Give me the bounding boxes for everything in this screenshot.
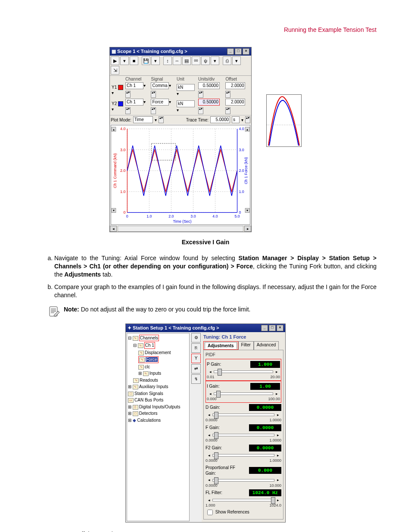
- maximize-button[interactable]: □: [269, 325, 276, 331]
- tool4-icon[interactable]: ⇄: [191, 364, 201, 373]
- slider-inc-icon[interactable]: ▸: [274, 498, 281, 503]
- chevron-down-icon[interactable]: ▾: [169, 83, 171, 88]
- y2-color-chip[interactable]: [118, 101, 123, 106]
- slider-dec-icon[interactable]: ◂: [206, 412, 212, 417]
- scroll-left-icon[interactable]: ◂: [110, 226, 117, 232]
- tuning-fork-button[interactable]: Y: [191, 354, 201, 363]
- y1-color-chip[interactable]: [118, 85, 123, 90]
- slider-dec-icon[interactable]: ◂: [206, 453, 212, 458]
- spinner-icon[interactable]: ▴▾: [198, 91, 203, 98]
- y2-channel-select[interactable]: Ch 1: [125, 99, 143, 106]
- zoom-y-icon[interactable]: ↕: [163, 56, 172, 65]
- legend-icon[interactable]: 00: [192, 56, 200, 65]
- tracetime-unit-select[interactable]: s: [232, 116, 240, 123]
- y2-unit-select[interactable]: kN: [177, 100, 195, 107]
- slider-inc-icon[interactable]: ▸: [273, 369, 280, 374]
- tree-inputs[interactable]: Inputs: [149, 371, 161, 376]
- chevron-down-icon[interactable]: ▾: [177, 91, 179, 96]
- spinner-icon[interactable]: ▴▾: [151, 91, 156, 98]
- gain-slider-fl[interactable]: ◂▸: [206, 497, 281, 504]
- scroll-right-icon[interactable]: ▸: [244, 226, 251, 232]
- slider-track[interactable]: [212, 454, 274, 457]
- tool2-icon[interactable]: ⎘: [191, 343, 201, 353]
- spinner-icon[interactable]: ▴▾: [245, 116, 250, 123]
- spinner-icon[interactable]: ▴▾: [125, 107, 131, 114]
- slider-thumb[interactable]: [214, 477, 218, 484]
- save-icon[interactable]: 💾: [142, 56, 150, 65]
- stop-icon[interactable]: ■: [130, 56, 138, 65]
- minimize-button[interactable]: _: [227, 48, 234, 55]
- print-icon[interactable]: ⎙: [223, 56, 231, 65]
- chevron-down-icon[interactable]: ▾: [177, 108, 179, 112]
- chip-dd-icon[interactable]: ▾: [112, 90, 114, 95]
- gain-slider-pff[interactable]: ◂▸: [206, 477, 281, 484]
- tab-advanced[interactable]: Advanced: [254, 341, 279, 350]
- plotmode-select[interactable]: Time: [133, 116, 153, 123]
- chevron-down-icon[interactable]: ▾: [143, 100, 146, 104]
- slider-thumb[interactable]: [218, 369, 222, 376]
- tree-channels[interactable]: Channels: [139, 335, 159, 342]
- zoom-x-icon[interactable]: ↔: [173, 56, 181, 65]
- y2-offset-input[interactable]: 2.0000: [225, 99, 245, 106]
- tree-digital-io[interactable]: Digital Inputs/Outputs: [139, 404, 181, 409]
- tree-station-signals[interactable]: Station Signals: [134, 391, 163, 396]
- tree-aux-inputs[interactable]: Auxiliary Inputs: [139, 384, 168, 389]
- hscrollbar[interactable]: ◂ ▸: [110, 226, 251, 232]
- slider-track[interactable]: [214, 370, 273, 373]
- nav-tree[interactable]: ⊟ ∿Channels ⊟ ∿Ch 1 ∿Displacement ∿Force…: [127, 333, 190, 521]
- gain-slider-f2[interactable]: ◂▸: [206, 452, 281, 459]
- tab-filter[interactable]: Filter: [238, 341, 254, 350]
- minimize-button[interactable]: _: [261, 325, 268, 331]
- slider-thumb[interactable]: [214, 412, 218, 419]
- tree-displacement[interactable]: Displacement: [145, 350, 171, 355]
- show-refs-input[interactable]: [207, 510, 213, 515]
- tree-detectors[interactable]: Detectors: [139, 411, 158, 416]
- slider-dec-icon[interactable]: ◂: [207, 369, 214, 374]
- close-button[interactable]: ×: [243, 48, 249, 55]
- slider-track[interactable]: [214, 392, 273, 395]
- grid-icon[interactable]: ▤: [182, 56, 191, 65]
- y1-offset-input[interactable]: 2.0000: [225, 82, 245, 89]
- slider-dec-icon[interactable]: ◂: [206, 477, 212, 482]
- tracetime-input[interactable]: 5.0000: [210, 116, 230, 123]
- slider-inc-icon[interactable]: ▸: [274, 477, 281, 482]
- tree-ch1[interactable]: Ch 1: [144, 342, 155, 349]
- show-refs-checkbox[interactable]: Show References: [206, 510, 249, 514]
- y1-upd-input[interactable]: 0.50000: [198, 82, 220, 89]
- tree-readouts[interactable]: Readouts: [140, 378, 158, 383]
- dropdown4-icon[interactable]: ▾: [232, 56, 241, 65]
- tool1-icon[interactable]: ⚙: [191, 333, 201, 342]
- gain-slider-d[interactable]: ◂▸: [206, 411, 281, 418]
- dropdown3-icon[interactable]: ▾: [211, 56, 219, 65]
- spinner-icon[interactable]: ▴▾: [198, 107, 203, 114]
- tree-canbus[interactable]: CAN Bus Ports: [134, 398, 163, 402]
- spinner-icon[interactable]: ▴▾: [225, 107, 230, 114]
- chip-dd-icon[interactable]: ▾: [112, 107, 114, 112]
- chevron-down-icon[interactable]: ▾: [169, 100, 171, 104]
- slider-inc-icon[interactable]: ▸: [273, 391, 280, 396]
- spinner-icon[interactable]: ▴▾: [125, 91, 131, 98]
- y2-upd-input[interactable]: 0.50000: [198, 99, 220, 106]
- slider-dec-icon[interactable]: ◂: [206, 498, 212, 503]
- tab-adjustments[interactable]: Adjustments: [205, 342, 237, 349]
- y1-channel-select[interactable]: Ch 1: [125, 82, 143, 89]
- tree-force[interactable]: Force: [146, 357, 158, 362]
- tree-clc[interactable]: clc: [145, 364, 150, 369]
- slider-track[interactable]: [212, 434, 274, 436]
- chevron-down-icon[interactable]: ▾: [155, 117, 157, 123]
- slider-thumb[interactable]: [214, 432, 218, 439]
- gain-slider-i[interactable]: ◂▸: [207, 390, 280, 397]
- gain-slider-f[interactable]: ◂▸: [206, 432, 281, 439]
- slider-track[interactable]: [212, 499, 274, 501]
- chevron-down-icon[interactable]: ▾: [143, 83, 146, 88]
- dropdown2-icon[interactable]: ▾: [151, 56, 160, 65]
- pin-icon[interactable]: ⇲: [111, 66, 119, 75]
- tree-calculations[interactable]: Calculations: [137, 418, 161, 423]
- tool5-icon[interactable]: ↯: [191, 374, 201, 384]
- slider-inc-icon[interactable]: ▸: [274, 432, 281, 438]
- play-icon[interactable]: ▶: [111, 56, 119, 65]
- y1-unit-select[interactable]: kN: [177, 84, 195, 91]
- spinner-icon[interactable]: ▴▾: [159, 116, 164, 123]
- slider-inc-icon[interactable]: ▸: [274, 453, 281, 458]
- dropdown-icon[interactable]: ▾: [120, 56, 129, 65]
